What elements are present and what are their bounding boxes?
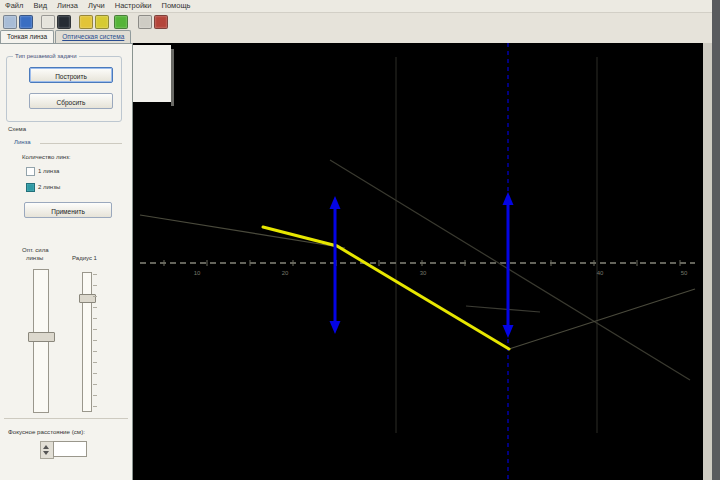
tab-thin-lens[interactable]: Тонкая линза [0, 30, 54, 43]
focal-spinner[interactable] [40, 441, 54, 459]
settings-icon[interactable] [138, 15, 152, 29]
open-project-icon[interactable] [19, 15, 33, 29]
optical-scene: 1020304050 [133, 43, 703, 480]
slider1-label-line1: Опт. сила [22, 247, 49, 253]
slider-tick [93, 340, 97, 341]
auxiliary-ray [140, 215, 345, 248]
slider1-label-line2: линзы [26, 255, 43, 261]
auxiliary-ray [330, 160, 690, 380]
focal-length-label: Фокусное расстояние (см): [8, 428, 85, 435]
slider-tick [93, 329, 97, 330]
bottom-divider [4, 418, 128, 419]
display-icon[interactable] [57, 15, 71, 29]
lens-arrow-1[interactable] [330, 196, 341, 334]
menu-item-1[interactable]: Вид [28, 0, 52, 12]
lens-count-option-2-checkbox[interactable] [26, 183, 35, 192]
spinner-up-icon[interactable] [43, 445, 49, 449]
optical-bench-canvas: 1020304050 [133, 43, 703, 480]
slider-tick [93, 274, 97, 275]
menu-item-2[interactable]: Линза [52, 0, 83, 12]
pencil-icon[interactable] [79, 15, 93, 29]
top-chrome: ФайлВидЛинзаЛучиНастройкиПомощь Тонкая л… [0, 0, 712, 43]
apply-button[interactable]: Применить [24, 202, 112, 218]
ruler-icon[interactable] [114, 15, 128, 29]
scale-slider-thumb[interactable] [28, 332, 55, 342]
lens-caption: Линза [14, 139, 31, 145]
slider-tick [93, 351, 97, 352]
slider-tick [93, 307, 97, 308]
control-panel: Тип решаемой задачи Построить Сбросить С… [0, 43, 133, 480]
slider2-label: Радиус 1 [72, 255, 97, 261]
app-window: 1020304050 ФайлВидЛинзаЛучиНастройкиПомо… [0, 0, 720, 480]
slider-tick [93, 362, 97, 363]
reset-button[interactable]: Сбросить [29, 93, 113, 109]
task-type-group: Тип решаемой задачи Построить Сбросить [6, 56, 122, 122]
focal-length-input[interactable] [53, 441, 87, 457]
tab-page-corner [133, 45, 171, 102]
menu-bar: ФайлВидЛинзаЛучиНастройкиПомощь [0, 0, 712, 13]
axis-tick-label: 40 [597, 270, 604, 276]
menu-item-4[interactable]: Настройки [110, 0, 157, 12]
radius-slider-track[interactable] [82, 272, 92, 412]
copy-icon[interactable] [41, 15, 55, 29]
lens-count-option-2-label: 2 линзы [38, 184, 60, 190]
lens-count-option-1-checkbox[interactable] [26, 167, 35, 176]
new-document-icon[interactable] [3, 15, 17, 29]
menu-item-3[interactable]: Лучи [83, 0, 110, 12]
task-type-group-title: Тип решаемой задачи [13, 53, 79, 59]
build-button[interactable]: Построить [29, 67, 113, 83]
lens-arrow-2[interactable] [503, 192, 514, 338]
slider-tick [93, 395, 97, 396]
slider-tick [93, 384, 97, 385]
auxiliary-ray [466, 306, 540, 312]
spinner-down-icon[interactable] [43, 451, 49, 455]
menu-item-0[interactable]: Файл [0, 0, 28, 12]
axis-tick-label: 50 [681, 270, 688, 276]
slider-tick [93, 406, 97, 407]
lens-count-option-1-label: 1 линза [38, 168, 59, 174]
close-icon[interactable] [154, 15, 168, 29]
desktop-edge [712, 0, 720, 480]
tab-page-corner-shadow [171, 49, 174, 106]
lens-count-label: Количество линз: [22, 154, 70, 160]
auxiliary-ray [509, 289, 695, 349]
lens-caption-divider [40, 143, 122, 144]
highlighter-icon[interactable] [95, 15, 109, 29]
principal-ray [263, 227, 509, 349]
axis-tick-label: 30 [420, 270, 427, 276]
tab-optical-system[interactable]: Оптическая система [55, 30, 131, 43]
axis-tick-label: 20 [282, 270, 289, 276]
window-right-border [703, 43, 712, 480]
axis-tick-label: 10 [194, 270, 201, 276]
model-label: Схема [8, 126, 26, 132]
slider-tick [93, 285, 97, 286]
tab-strip: Тонкая линза Оптическая система [0, 30, 300, 43]
slider-tick [93, 318, 97, 319]
toolbar [0, 13, 712, 30]
menu-item-5[interactable]: Помощь [157, 0, 196, 12]
slider-tick [93, 373, 97, 374]
slider-tick [93, 296, 97, 297]
